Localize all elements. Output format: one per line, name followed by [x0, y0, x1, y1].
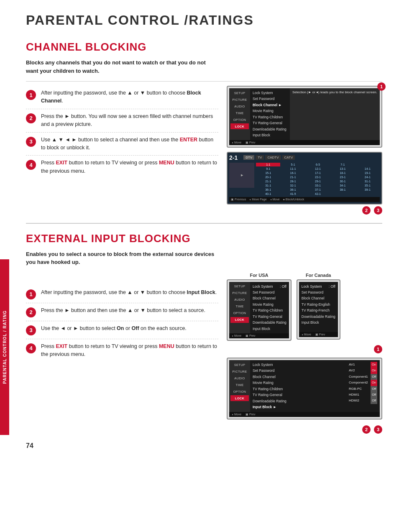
step-2-text: Press the ► button. You will now see a s… — [41, 113, 218, 129]
usa-sidebar-option: OPTION — [230, 310, 249, 316]
canada-block-ch: Block Channel — [302, 295, 335, 301]
ib-hdmi1-row: HDMI1 Off — [349, 392, 377, 398]
ext-step-badge-2: 2 — [26, 307, 36, 317]
ch-18-1: 18-1 — [330, 171, 355, 175]
ch-29-1: 29-1 — [306, 179, 330, 183]
tv-footer-1: ⬧ Move ▣ Prev — [229, 140, 380, 145]
step-1: 1 After inputting the password, use the … — [26, 86, 218, 109]
ib-av1-label: AV1 — [349, 362, 355, 368]
ext-step-3: 3 Use the ◄ or ► button to select On or … — [26, 321, 218, 339]
ch-31-1: 31-1 — [356, 179, 380, 183]
tv-channel-screen: 2-1 DTV TV CADTV CATV ▶ — [227, 152, 382, 205]
ib-menu-movie: Movie Rating — [253, 380, 344, 386]
usa-tv-general: TV Rating-General — [253, 314, 286, 320]
usa-tv-wrapper: SETUP PICTURE AUDIO TIME OPTION LOCK — [227, 279, 292, 341]
step-badge-2: 2 — [26, 113, 36, 123]
ch-42-1: 42-1 — [306, 192, 330, 196]
ib-hdmi1-label: HDMI1 — [349, 392, 359, 398]
ch-1-1: 1-1 — [256, 163, 280, 166]
usa-block-ch: Block Channel — [253, 295, 286, 301]
ib-menu-set-pw: Set Password — [253, 368, 344, 373]
side-tab: PARENTAL CONTROL / RATING — [0, 259, 9, 435]
footer-move: ⬧ Move — [232, 141, 241, 144]
external-input-desc: Enables you to select a source to block … — [26, 250, 218, 266]
usa-tv-sidebar: SETUP PICTURE AUDIO TIME OPTION LOCK — [229, 282, 250, 334]
ch-13-1: 13-1 — [330, 167, 355, 171]
ib-sidebar-setup: SETUP — [230, 362, 249, 368]
ch-12-1: 12-1 — [306, 167, 330, 171]
ib-hdmi2-label: HDMI2 — [349, 398, 359, 404]
ch-36-2: 36-1 — [281, 188, 305, 192]
ch-39-1: 39-1 — [356, 188, 380, 192]
ib-menu-tv-children: TV Rating-Children — [253, 386, 344, 392]
channel-number-display: 2-1 — [229, 154, 238, 161]
input-values-panel: AV1 On AV2 On Component1 Off — [346, 360, 380, 412]
usa-tv-children: TV Rating-Children — [253, 307, 286, 313]
input-block-tv-menu: Lock System Set Password Block Channel M… — [250, 360, 346, 412]
canada-tv-inner: Lock System : Off Set Password Block Cha… — [299, 282, 338, 332]
tv-menu-1: Lock System Set Password Block Channel ►… — [250, 88, 290, 140]
canada-lock-label: Lock System — [302, 284, 322, 289]
ch-37-1: 37-1 — [306, 188, 330, 192]
usa-lock-value: : Off — [280, 284, 286, 289]
footer-previous: ▣ Previous — [231, 198, 246, 201]
step-badge-3: 3 — [26, 137, 36, 147]
channel-content: ▶ 1-1 5-1 6-5 7-1 9-1 11-1 — [229, 163, 380, 196]
channel-blocking-section: CHANNEL BLOCKING Blocks any channels tha… — [26, 41, 382, 215]
ext-step-1-text: After inputting the password, use the ▲ … — [41, 289, 218, 297]
usa-set-pw: Set Password — [253, 289, 286, 295]
ext-step-4: 4 Press EXIT button to return to TV view… — [26, 339, 218, 362]
usa-downloadable: Downloadable Rating — [253, 320, 286, 325]
step-2: 2 Press the ► button. You will now see a… — [26, 109, 218, 133]
sidebar-picture: PICTURE — [230, 97, 249, 102]
ch-40-1: 40-1 — [256, 192, 280, 196]
ib-sidebar-audio: AUDIO — [230, 375, 249, 381]
ch-5-1: 5-1 — [281, 163, 305, 166]
input-block-footer: ⬧ Move ▣ Prev — [229, 412, 380, 417]
ch-23-1: 23-1 — [330, 175, 355, 179]
canada-tv-french: TV Rating-French — [302, 307, 335, 313]
ext-step-2-text: Press the ► button and then use the ▲ or… — [41, 307, 218, 315]
ch-38-1: 38-1 — [330, 188, 355, 192]
ext-step-2: 2 Press the ► button and then use the ▲ … — [26, 303, 218, 321]
badge-1: 1 — [377, 82, 386, 91]
ib-av1-status: On — [371, 362, 377, 368]
ch-20-1: 20-1 — [256, 175, 280, 179]
ib-comp1-status: Off — [371, 374, 377, 380]
ch-32-1: 32-1 — [281, 184, 305, 187]
step-4: 4 Press EXIT button to return to TV view… — [26, 156, 218, 179]
ib-hdmi2-status: Off — [371, 398, 377, 404]
ib-comp2-status: On — [371, 380, 377, 386]
page-number: 74 — [26, 442, 33, 449]
sidebar-option: OPTION — [230, 117, 249, 123]
ch-15-1: 15-1 — [256, 171, 280, 175]
ib-menu-downloadable: Downloadable Rating — [253, 398, 344, 404]
ch-30-1: 30-1 — [330, 179, 355, 183]
ch-14-1: 14-1 — [356, 167, 380, 171]
tv-menu-screen-1: SETUP PICTURE AUDIO TIME OPTION LOCK Loc… — [227, 86, 382, 148]
ib-sidebar-time: TIME — [230, 382, 249, 388]
usa-input-block: Input Block — [253, 326, 286, 332]
ch-41-5: 41-5 — [281, 192, 305, 196]
tv-inner-1: SETUP PICTURE AUDIO TIME OPTION LOCK Loc… — [229, 88, 380, 140]
external-input-title: EXTERNAL INPUT BLOCKING — [26, 232, 382, 245]
input-block-tv-wrapper: SETUP PICTURE AUDIO TIME OPTION LOCK Loc… — [227, 358, 382, 419]
menu-movie-rating: Movie Rating — [253, 108, 287, 114]
step-badge-1: 1 — [26, 90, 36, 100]
channel-blocking-title: CHANNEL BLOCKING — [26, 41, 382, 54]
submenu-text-1: Selection (► or ●) leads you to the bloc… — [292, 90, 377, 94]
external-input-screens: For USA SETUP PICTURE AUDIO TIME OPT — [227, 273, 382, 434]
ch-36-1: 36-1 — [256, 188, 280, 192]
tab-catv: CATV — [282, 155, 295, 160]
usa-tv-menu: Lock System : Off Set Password Block Cha… — [250, 282, 289, 334]
canada-lock-value: : Off — [329, 284, 335, 289]
ch-7-1: 7-1 — [330, 163, 355, 166]
ch-11-1: 11-1 — [281, 167, 305, 171]
ch-22-1: 22-1 — [306, 175, 330, 179]
ib-rgbpc-status: Off — [371, 386, 377, 392]
sidebar-audio: AUDIO — [230, 103, 249, 109]
ib-menu-input-block: Input Block ► — [253, 404, 344, 410]
ib-sidebar-picture: PICTURE — [230, 368, 249, 374]
step-4-text: Press EXIT button to return to TV viewin… — [41, 159, 218, 175]
ext-badge-row-1: 1 — [227, 345, 382, 353]
